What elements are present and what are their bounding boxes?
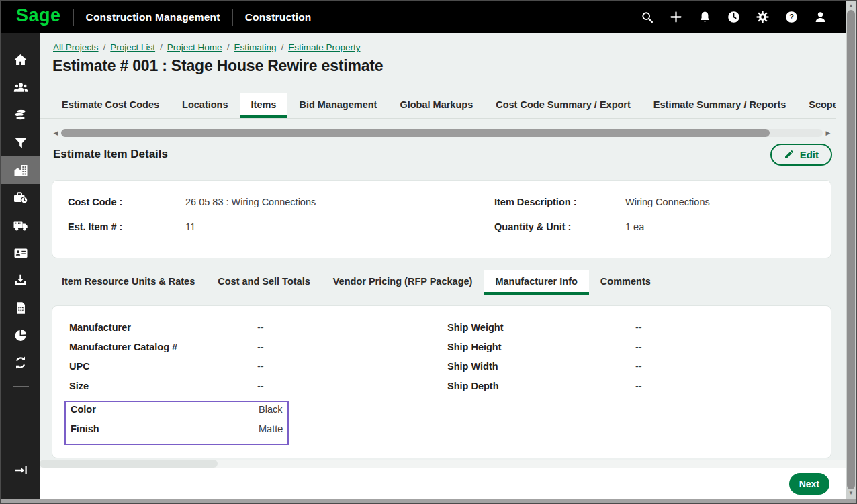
tab-estimate-cost-codes[interactable]: Estimate Cost Codes (50, 93, 171, 118)
edit-button-label: Edit (800, 149, 819, 160)
people-icon (13, 80, 29, 96)
vertical-scroll-thumb[interactable] (847, 10, 855, 489)
id-card-icon (13, 245, 29, 261)
topbar-divider (73, 9, 74, 26)
tab-items[interactable]: Items (240, 93, 288, 118)
field-label-manufacturer-catalog: Manufacturer Catalog # (69, 342, 257, 352)
scroll-left-arrow-icon[interactable]: ◀ (52, 130, 60, 136)
next-button[interactable]: Next (789, 473, 829, 495)
sync-icon (13, 355, 28, 370)
edit-button[interactable]: Edit (770, 144, 832, 166)
tabs-horizontal-scrollbar[interactable]: ◀ ▶ (52, 128, 832, 137)
sidebar-item-home[interactable] (1, 46, 40, 74)
module-title: Construction (245, 11, 312, 23)
field-label-ship-width: Ship Width (447, 361, 635, 372)
field-label-upc: UPC (69, 361, 257, 372)
field-label-item-description: Item Description : (494, 197, 625, 207)
subtab-item-resource-units-rates[interactable]: Item Resource Units & Rates (50, 270, 206, 295)
svg-text:?: ? (789, 13, 794, 21)
notifications-button[interactable] (697, 10, 712, 25)
sage-logo: Sage (16, 7, 61, 28)
tab-locations[interactable]: Locations (171, 93, 239, 118)
subtab-vendor-pricing[interactable]: Vendor Pricing (RFP Package) (322, 270, 484, 295)
page-vertical-scrollbar[interactable]: ▲ ▼ (846, 1, 856, 499)
breadcrumb-link-project-list[interactable]: Project List (110, 42, 155, 52)
breadcrumb-link-project-home[interactable]: Project Home (167, 42, 222, 52)
content-horizontal-scroll-thumb[interactable] (40, 460, 218, 468)
sidebar-item-equipment[interactable] (1, 211, 40, 239)
product-title: Construction Management (86, 11, 220, 23)
field-value-finish: Matte (259, 423, 287, 434)
scroll-up-arrow-icon[interactable]: ▲ (846, 3, 856, 9)
search-button[interactable] (639, 10, 654, 25)
field-label-cost-code: Cost Code : (68, 197, 185, 207)
sidebar-item-contacts[interactable] (1, 239, 40, 266)
tab-estimate-summary-reports[interactable]: Estimate Summary / Reports (642, 93, 797, 118)
subtab-cost-and-sell-totals[interactable]: Cost and Sell Totals (206, 270, 322, 295)
main-content: All Projects / Project List / Project Ho… (40, 33, 846, 468)
sidebar-nav (1, 33, 40, 499)
subtab-comments[interactable]: Comments (589, 270, 662, 295)
truck-icon (13, 217, 29, 234)
plus-icon (669, 10, 683, 24)
sidebar-item-sync[interactable] (1, 349, 40, 376)
sidebar-item-imports[interactable] (1, 266, 40, 294)
sidebar-item-projects[interactable] (1, 156, 40, 184)
settings-button[interactable] (755, 10, 770, 25)
item-summary-card: Cost Code : 26 05 83 : Wiring Connection… (52, 180, 831, 258)
field-value-color: Black (259, 404, 287, 415)
sidebar-divider (13, 386, 29, 387)
clock-icon (727, 10, 741, 24)
horizontal-scroll-thumb[interactable] (61, 129, 770, 137)
tab-cost-code-summary-export[interactable]: Cost Code Summary / Export (484, 93, 642, 118)
tab-bid-management[interactable]: Bid Management (287, 93, 388, 118)
sidebar-collapse-button[interactable] (1, 456, 40, 484)
tab-scope[interactable]: Scope (797, 93, 836, 118)
field-value-ship-height: -- (635, 342, 817, 352)
add-button[interactable] (668, 10, 683, 25)
field-value-manufacturer: -- (257, 322, 447, 333)
breadcrumb-link-estimate-property[interactable]: Estimate Property (288, 42, 360, 52)
breadcrumb-separator: / (160, 42, 163, 52)
field-label-est-item-number: Est. Item # : (68, 221, 185, 232)
funnel-icon (13, 136, 28, 150)
breadcrumb-link-all-projects[interactable]: All Projects (53, 42, 99, 52)
field-value-ship-depth: -- (635, 381, 817, 391)
estimate-tab-bar: Estimate Cost Codes Locations Items Bid … (40, 93, 836, 119)
search-icon (640, 10, 654, 24)
sidebar-item-jobs[interactable] (1, 184, 40, 211)
page-title: Estimate # 001 : Stage House Rewire esti… (52, 57, 383, 75)
sidebar-item-reports[interactable] (1, 321, 40, 349)
field-value-size: -- (257, 381, 447, 391)
field-label-ship-depth: Ship Depth (447, 381, 635, 391)
field-label-size: Size (69, 381, 257, 391)
breadcrumb-separator: / (281, 42, 283, 52)
sidebar-item-spreadsheet[interactable] (1, 294, 40, 321)
highlight-annotation-box: Color Black Finish Matte (64, 401, 289, 445)
scroll-right-arrow-icon[interactable]: ▶ (824, 130, 832, 136)
breadcrumb-link-estimating[interactable]: Estimating (234, 42, 276, 52)
breadcrumb-separator: / (103, 42, 106, 52)
recent-button[interactable] (726, 10, 741, 25)
scroll-down-arrow-icon[interactable]: ▼ (846, 490, 856, 497)
briefcase-clock-icon (13, 190, 29, 206)
coins-icon (13, 107, 28, 123)
person-icon (813, 10, 827, 24)
topbar-divider (232, 9, 233, 26)
app-window: Sage Construction Management Constructio… (0, 0, 857, 504)
field-value-ship-width: -- (635, 361, 817, 372)
horizontal-scroll-track[interactable] (61, 129, 823, 137)
field-label-color: Color (71, 404, 259, 415)
tab-global-markups[interactable]: Global Markups (388, 93, 484, 118)
buildings-icon (13, 162, 29, 179)
subtab-manufacturer-info[interactable]: Manufacturer Info (484, 270, 588, 295)
account-button[interactable] (813, 10, 827, 25)
sidebar-item-people[interactable] (1, 74, 40, 101)
sidebar-item-filter[interactable] (1, 129, 40, 156)
top-bar: Sage Construction Management Constructio… (1, 1, 846, 33)
field-label-finish: Finish (71, 423, 259, 434)
sidebar-item-finance[interactable] (1, 101, 40, 129)
content-horizontal-scrollbar[interactable] (40, 460, 846, 468)
pie-chart-icon (13, 327, 28, 343)
help-button[interactable]: ? (784, 10, 799, 25)
